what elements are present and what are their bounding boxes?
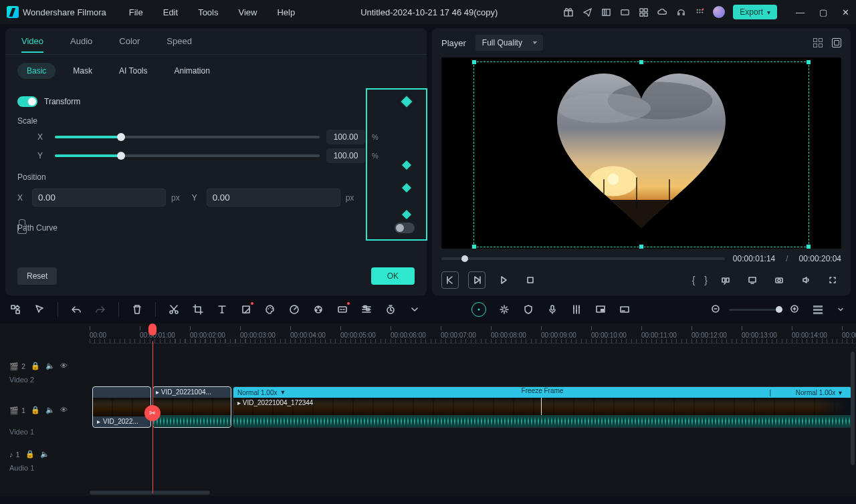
- scale-y-input[interactable]: [326, 148, 365, 163]
- handle-top-center[interactable]: [639, 59, 644, 65]
- grid-icon[interactable]: [638, 7, 649, 17]
- palette-icon[interactable]: [264, 303, 276, 316]
- position-x-input[interactable]: [32, 188, 166, 207]
- play-forward-button[interactable]: [495, 271, 512, 289]
- maximize-button[interactable]: ▢: [819, 7, 827, 17]
- handle-top-left[interactable]: [471, 59, 477, 65]
- track-height-icon[interactable]: [813, 305, 823, 314]
- track-video1-mute-icon[interactable]: 🔈: [45, 406, 55, 415]
- handle-bottom-right[interactable]: [806, 244, 811, 249]
- close-button[interactable]: ✕: [842, 7, 849, 17]
- gift-icon[interactable]: [563, 7, 574, 17]
- mic-icon[interactable]: [546, 303, 558, 316]
- tab-video[interactable]: Video: [21, 36, 43, 53]
- timeline-v-scrollbar[interactable]: [851, 352, 855, 465]
- export-button[interactable]: Export: [733, 5, 777, 19]
- keyframe-transform[interactable]: [401, 96, 413, 108]
- zoom-out-icon[interactable]: [710, 303, 722, 316]
- ok-button[interactable]: OK: [371, 267, 415, 285]
- menu-edit[interactable]: Edit: [163, 7, 178, 17]
- crop-icon[interactable]: [192, 303, 204, 316]
- preview-canvas[interactable]: [441, 57, 841, 249]
- cloud-icon[interactable]: [657, 7, 667, 17]
- handle-bottom-left[interactable]: [471, 244, 477, 249]
- avatar-icon[interactable]: [713, 6, 725, 18]
- menu-help[interactable]: Help: [277, 7, 295, 17]
- seek-bar[interactable]: [441, 257, 725, 260]
- camera-button[interactable]: [770, 271, 788, 289]
- layout-grid-icon[interactable]: [813, 38, 823, 47]
- subtitle-icon[interactable]: [336, 303, 348, 316]
- track-video2-lock-icon[interactable]: 🔒: [31, 362, 40, 371]
- library-icon[interactable]: [601, 7, 611, 17]
- track-video1-icon[interactable]: 🎬1: [9, 406, 25, 415]
- track-video2-icon[interactable]: 🎬2: [9, 362, 25, 371]
- cut-icon[interactable]: [168, 303, 180, 316]
- subtab-ai-tools[interactable]: AI Tools: [110, 63, 156, 79]
- zoom-slider[interactable]: [729, 309, 782, 311]
- volume-button[interactable]: [797, 271, 815, 289]
- subtab-mask[interactable]: Mask: [64, 63, 102, 79]
- tracks-icon[interactable]: [360, 303, 372, 316]
- tab-color[interactable]: Color: [119, 36, 140, 53]
- delete-icon[interactable]: [131, 303, 143, 316]
- tab-speed[interactable]: Speed: [167, 36, 192, 53]
- sparkle-icon[interactable]: [498, 303, 510, 316]
- play-button[interactable]: [468, 271, 486, 289]
- scale-y-slider[interactable]: [55, 154, 320, 157]
- zoom-in-icon[interactable]: [789, 303, 801, 316]
- mixer-icon[interactable]: [570, 303, 582, 316]
- path-curve-toggle[interactable]: [395, 223, 415, 233]
- toolbar-chevron-icon[interactable]: [835, 303, 847, 316]
- device-icon[interactable]: [619, 7, 630, 17]
- clip-3[interactable]: Normal 1.00x▼ Freeze Frame | Normal 1.00…: [233, 386, 852, 428]
- widgets-icon[interactable]: [9, 303, 21, 316]
- handle-top-right[interactable]: [806, 59, 811, 65]
- subtab-animation[interactable]: Animation: [165, 63, 219, 79]
- mark-out-button[interactable]: }: [704, 275, 708, 285]
- clip-1[interactable]: ▸ VID_2022...: [92, 386, 151, 428]
- track-audio1-icon[interactable]: ♪1: [9, 451, 20, 459]
- ai-icon[interactable]: [471, 302, 486, 317]
- scale-x-slider[interactable]: [55, 136, 320, 138]
- resize-icon[interactable]: [240, 303, 252, 316]
- reset-button[interactable]: Reset: [17, 267, 57, 285]
- track-audio1-lock-icon[interactable]: 🔒: [25, 450, 35, 459]
- timeline-h-scrollbar[interactable]: [90, 491, 210, 495]
- redo-icon[interactable]: [94, 303, 106, 316]
- clip-2[interactable]: ▸ VID_20221004...: [152, 386, 231, 428]
- subtab-basic[interactable]: Basic: [17, 63, 56, 79]
- scale-lock-icon[interactable]: [17, 225, 27, 234]
- text-icon[interactable]: [216, 303, 228, 316]
- menu-file[interactable]: File: [129, 7, 143, 17]
- track-video1-eye-icon[interactable]: 👁: [60, 406, 70, 415]
- mark-in-button[interactable]: {: [692, 275, 696, 285]
- menu-view[interactable]: View: [238, 7, 257, 17]
- playhead-cut-icon[interactable]: ✂: [144, 405, 160, 421]
- track-video2-mute-icon[interactable]: 🔈: [45, 362, 55, 371]
- handle-bottom-center[interactable]: [639, 244, 644, 249]
- quality-select[interactable]: Full Quality: [475, 35, 543, 51]
- send-icon[interactable]: [582, 7, 593, 17]
- speed-dial-icon[interactable]: [288, 303, 300, 316]
- timer-icon[interactable]: [385, 303, 397, 316]
- more-icon[interactable]: [409, 303, 421, 316]
- keyframe-scale-y[interactable]: [402, 183, 411, 193]
- headphones-icon[interactable]: [675, 7, 686, 17]
- transform-toggle[interactable]: [17, 96, 37, 107]
- pointer-icon[interactable]: [33, 303, 45, 316]
- position-y-input[interactable]: [207, 188, 340, 207]
- keyframe-position[interactable]: [402, 210, 411, 219]
- fullscreen-button[interactable]: [824, 271, 841, 289]
- track-video1-lock-icon[interactable]: 🔒: [31, 406, 40, 415]
- display-button[interactable]: [744, 271, 761, 289]
- prev-frame-button[interactable]: [441, 271, 459, 289]
- snapshot-frame-icon[interactable]: [832, 38, 841, 47]
- caption-box-icon[interactable]: [619, 303, 631, 316]
- apps-icon[interactable]: [694, 7, 705, 17]
- pip-icon[interactable]: [595, 303, 607, 316]
- time-ruler[interactable]: 00:0000:00:01:0000:00:02:0000:00:03:0000…: [90, 324, 856, 344]
- scale-x-input[interactable]: [326, 130, 365, 144]
- track-video2-eye-icon[interactable]: 👁: [60, 362, 70, 371]
- track-audio1-mute-icon[interactable]: 🔈: [40, 450, 49, 459]
